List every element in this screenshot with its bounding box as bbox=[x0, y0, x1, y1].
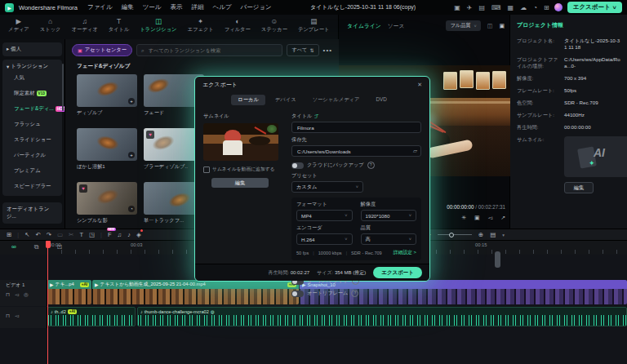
timeline-clip-video-1[interactable]: ▶テキ...p4+AI bbox=[47, 280, 91, 304]
tab-stickers[interactable]: ☺ステッカー bbox=[261, 18, 287, 39]
thumbnail-edit-button[interactable]: 編集 bbox=[211, 178, 269, 188]
avatar[interactable] bbox=[554, 3, 563, 11]
track-manager-icon[interactable]: ▤ bbox=[490, 231, 496, 238]
mark-frame-icon[interactable]: ▣ bbox=[499, 23, 505, 29]
voice-icon[interactable]: ♪ bbox=[127, 230, 131, 240]
mute-icon[interactable]: ◅ bbox=[15, 313, 19, 319]
toggle-switch[interactable] bbox=[291, 162, 304, 169]
search-bar[interactable]: ⌕ bbox=[136, 44, 282, 56]
redo-icon[interactable]: ↷ bbox=[47, 230, 51, 240]
split-icon[interactable]: ✂ bbox=[69, 230, 73, 240]
timeline-scrollbar[interactable] bbox=[495, 251, 500, 268]
gift-icon[interactable]: ▣ bbox=[454, 4, 460, 11]
menu-version[interactable]: バージョン bbox=[241, 3, 272, 11]
zoom-slider[interactable] bbox=[438, 234, 472, 235]
lock-icon[interactable]: ⊓ bbox=[6, 313, 10, 319]
playhead[interactable] bbox=[47, 241, 48, 364]
snapshot-icon[interactable]: ▣ bbox=[474, 215, 480, 221]
more-menu[interactable]: ••• bbox=[323, 47, 332, 54]
eye-icon[interactable]: ◎ bbox=[24, 291, 29, 298]
tab-timeline-preview[interactable]: タイムライン bbox=[347, 22, 381, 30]
timeline-clip-audio-1[interactable]: ♪th..d2+AI bbox=[47, 307, 136, 326]
transition-thumb[interactable]: + bbox=[77, 74, 137, 107]
tab-audio[interactable]: ♫オーディオ bbox=[72, 18, 98, 39]
playback-settings-icon[interactable]: ✳ bbox=[461, 215, 466, 221]
export-name-input[interactable] bbox=[296, 124, 417, 131]
tab-filters[interactable]: ◐フィルター bbox=[225, 18, 251, 39]
audio-stretch-icon[interactable]: ♫ bbox=[118, 230, 122, 240]
sidebar-item-flash[interactable]: フラッシュ bbox=[7, 117, 58, 132]
favorite-icon[interactable]: ♥ bbox=[79, 184, 87, 193]
split-view-icon[interactable]: ◫ bbox=[487, 23, 493, 29]
tab-dvd[interactable]: DVD bbox=[369, 95, 393, 105]
link-clips-icon[interactable]: ∞ bbox=[11, 243, 16, 251]
menu-advanced[interactable]: 詳細 bbox=[192, 3, 204, 11]
search-input[interactable] bbox=[147, 47, 278, 54]
tab-media[interactable]: ▶メディア bbox=[8, 18, 29, 39]
keyframe-icon[interactable]: FNEW bbox=[108, 230, 112, 240]
select-tool-icon[interactable]: ↖ bbox=[24, 230, 29, 240]
fullscreen-icon[interactable]: ↗ bbox=[500, 215, 505, 221]
mute-icon[interactable]: ◅ bbox=[15, 291, 19, 298]
tab-stock[interactable]: ⌂ストック bbox=[40, 18, 61, 39]
schedule-icon[interactable]: ▤ bbox=[478, 4, 485, 11]
keyboard-icon[interactable]: ⌨ bbox=[491, 4, 501, 11]
tab-titles[interactable]: Tタイトル bbox=[109, 18, 130, 39]
zoom-slider-handle[interactable] bbox=[449, 233, 454, 237]
add-marker-icon[interactable]: ⧉ bbox=[34, 243, 39, 251]
resolution-dropdown[interactable]: 1920*1080˅ bbox=[361, 210, 417, 221]
encoder-dropdown[interactable]: H.264˅ bbox=[296, 233, 353, 245]
effects-shortcut-icon[interactable]: ◈ bbox=[136, 230, 141, 240]
help-icon[interactable]: ? bbox=[367, 162, 375, 169]
chevron-down-icon[interactable]: ▾ bbox=[502, 233, 505, 237]
panel-grid-icon[interactable]: ⊞ bbox=[7, 230, 11, 240]
transition-item[interactable]: ♥◔ シンプルな影 bbox=[77, 182, 137, 224]
toggle-switch[interactable] bbox=[291, 291, 304, 297]
crop-icon[interactable]: ◳ bbox=[89, 230, 95, 240]
sidebar-scrollbar[interactable] bbox=[62, 64, 64, 111]
menu-view[interactable]: 表示 bbox=[171, 3, 183, 11]
sidebar-item-slideshow[interactable]: スライドショー bbox=[7, 132, 58, 148]
text-tool-icon[interactable]: T bbox=[79, 230, 83, 240]
help-icon[interactable]: ? bbox=[351, 290, 358, 297]
format-dropdown[interactable]: MP4˅ bbox=[296, 210, 353, 221]
sidebar-item-popular[interactable]: 人気 bbox=[7, 70, 58, 86]
thumbnail-checkbox-row[interactable]: サムネイルを動画に追加する bbox=[203, 166, 282, 173]
asset-center-button[interactable]: ▣ アセットセンター bbox=[72, 44, 132, 56]
checkbox[interactable] bbox=[203, 166, 210, 173]
menu-tools[interactable]: ツール bbox=[143, 3, 162, 11]
cloud-upload-icon[interactable]: ☁ bbox=[520, 4, 527, 11]
export-button-top[interactable]: エクスポート˅ bbox=[567, 2, 622, 13]
sidebar-item-fade-dissolve[interactable]: フェード&ディ...HOT bbox=[7, 101, 58, 117]
timeline-clip-audio-2[interactable]: ♪thumb-dance-challenge-mcra02◍ bbox=[137, 307, 627, 326]
export-confirm-button[interactable]: エクスポート bbox=[373, 267, 422, 278]
undo-icon[interactable]: ↶ bbox=[35, 230, 40, 240]
lock-icon[interactable]: ⊓ bbox=[6, 291, 10, 298]
filter-dropdown[interactable]: すべて ⇅ bbox=[287, 44, 318, 56]
tab-local[interactable]: ローカル bbox=[231, 95, 265, 105]
tab-effects[interactable]: ✦エフェクト bbox=[188, 18, 214, 39]
tab-social[interactable]: ソーシャルメディア bbox=[306, 95, 367, 105]
layout-icon[interactable]: ⊞ bbox=[544, 4, 549, 11]
delete-icon[interactable]: ▭ bbox=[57, 230, 63, 240]
project-edit-button[interactable]: 編集 bbox=[564, 182, 594, 193]
menu-edit[interactable]: 編集 bbox=[122, 3, 134, 11]
sidebar-item-audio-transitions[interactable]: オーディオトランジ... bbox=[2, 202, 62, 224]
menu-file[interactable]: ファイル bbox=[87, 3, 113, 11]
destination-input[interactable] bbox=[296, 148, 413, 155]
sidebar-item-particle[interactable]: パーティクル bbox=[7, 148, 58, 163]
advanced-settings-link[interactable]: 詳細設定 > bbox=[394, 249, 416, 256]
sidebar-item-speedblur[interactable]: スピードブラー bbox=[7, 179, 58, 194]
close-icon[interactable]: ✕ bbox=[417, 82, 422, 88]
menu-help[interactable]: ヘルプ bbox=[213, 3, 232, 11]
zoom-in-icon[interactable]: ⊕ bbox=[478, 231, 483, 238]
transition-item[interactable]: + ディゾルブ bbox=[77, 74, 137, 117]
tab-device[interactable]: デバイス bbox=[269, 95, 303, 105]
quality-dropdown[interactable]: 高˅ bbox=[361, 233, 417, 245]
tab-transitions[interactable]: ◫トランジション bbox=[140, 18, 176, 39]
sidebar-item-premium[interactable]: プレミアム bbox=[7, 163, 58, 179]
sidebar-item-limited[interactable]: 限定素材V13 bbox=[7, 86, 58, 101]
tab-source-preview[interactable]: ソース bbox=[388, 22, 405, 30]
share-icon[interactable]: ✈ bbox=[467, 4, 473, 11]
sidebar-item-transitions[interactable]: ▾ トランジション bbox=[7, 63, 58, 70]
